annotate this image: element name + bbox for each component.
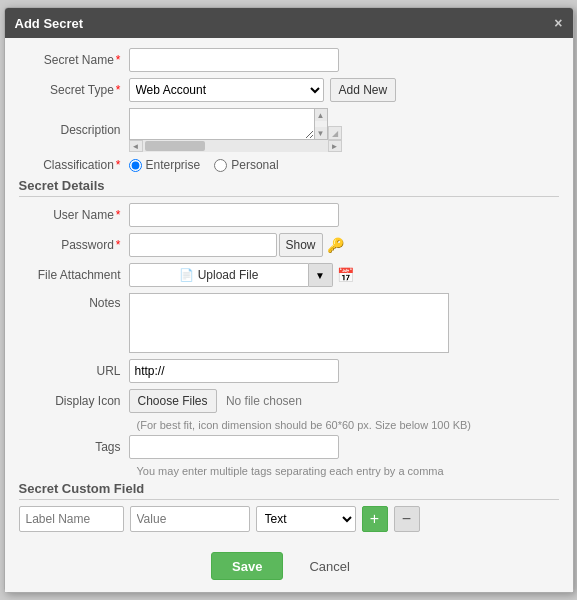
enterprise-radio[interactable] xyxy=(129,159,142,172)
password-label: Password* xyxy=(19,238,129,252)
personal-label-text: Personal xyxy=(231,158,278,172)
url-input[interactable] xyxy=(129,359,339,383)
secret-name-label: Secret Name* xyxy=(19,53,129,67)
upload-file-label: Upload File xyxy=(198,268,259,282)
icon-hint-text: (For best fit, icon dimension should be … xyxy=(137,419,559,431)
enterprise-label-text: Enterprise xyxy=(146,158,201,172)
description-textarea[interactable] xyxy=(129,108,314,140)
secret-type-select[interactable]: Web Account Password Credit Card Server xyxy=(129,78,324,102)
required-indicator2: * xyxy=(116,83,121,97)
file-attachment-row: File Attachment 📄 Upload File ▼ 📅 xyxy=(19,263,559,287)
password-input[interactable] xyxy=(129,233,277,257)
personal-radio-label[interactable]: Personal xyxy=(214,158,278,172)
upload-dropdown-arrow[interactable]: ▼ xyxy=(309,263,333,287)
close-icon[interactable]: × xyxy=(554,15,562,31)
save-button[interactable]: Save xyxy=(211,552,283,580)
scroll-right-icon[interactable]: ► xyxy=(328,140,342,152)
resize-handle[interactable]: ◢ xyxy=(328,126,342,140)
scroll-left-icon[interactable]: ◄ xyxy=(129,140,143,152)
tags-row: Tags xyxy=(19,435,559,459)
dialog-title-text: Add Secret xyxy=(15,16,84,31)
dialog-title-bar: Add Secret × xyxy=(5,8,573,38)
classification-radio-group: Enterprise Personal xyxy=(129,158,279,172)
required-indicator5: * xyxy=(116,238,121,252)
add-new-button[interactable]: Add New xyxy=(330,78,397,102)
description-row: Description ▲ ▼ ◢ ◄ ► xyxy=(19,108,559,152)
display-icon-wrapper: Choose Files No file chosen xyxy=(129,389,302,413)
notes-textarea[interactable] xyxy=(129,293,449,353)
file-attach-wrapper: 📄 Upload File ▼ 📅 xyxy=(129,263,354,287)
tags-hint-text: You may enter multiple tags separating e… xyxy=(137,465,559,477)
secret-type-row: Secret Type* Web Account Password Credit… xyxy=(19,78,559,102)
horiz-scroll-thumb xyxy=(145,141,205,151)
classification-label: Classification* xyxy=(19,158,129,172)
secret-type-wrapper: Web Account Password Credit Card Server … xyxy=(129,78,397,102)
enterprise-radio-label[interactable]: Enterprise xyxy=(129,158,201,172)
scroll-up-icon[interactable]: ▲ xyxy=(317,109,325,121)
add-field-button[interactable]: + xyxy=(362,506,388,532)
upload-file-button[interactable]: 📄 Upload File xyxy=(129,263,309,287)
secret-name-input[interactable] xyxy=(129,48,339,72)
tags-input[interactable] xyxy=(129,435,339,459)
notes-label: Notes xyxy=(19,293,129,310)
value-input[interactable] xyxy=(130,506,250,532)
description-label: Description xyxy=(19,123,129,137)
secret-name-row: Secret Name* xyxy=(19,48,559,72)
show-password-button[interactable]: Show xyxy=(279,233,323,257)
notes-row: Notes xyxy=(19,293,559,353)
url-label: URL xyxy=(19,364,129,378)
no-file-text: No file chosen xyxy=(226,394,302,408)
classification-row: Classification* Enterprise Personal xyxy=(19,158,559,172)
description-container: ▲ ▼ ◢ ◄ ► xyxy=(129,108,342,152)
add-secret-dialog: Add Secret × Secret Name* Secret Type* W… xyxy=(4,7,574,593)
personal-radio[interactable] xyxy=(214,159,227,172)
display-icon-label: Display Icon xyxy=(19,394,129,408)
username-input[interactable] xyxy=(129,203,339,227)
custom-field-row: Text Password URL + − xyxy=(19,506,559,532)
upload-icon: 📄 xyxy=(179,268,194,282)
tags-label: Tags xyxy=(19,440,129,454)
password-row: Password* Show 🔑 xyxy=(19,233,559,257)
remove-field-button[interactable]: − xyxy=(394,506,420,532)
display-icon-row: Display Icon Choose Files No file chosen xyxy=(19,389,559,413)
description-scrollbar-v: ▲ ▼ xyxy=(314,108,328,140)
field-type-select[interactable]: Text Password URL xyxy=(256,506,356,532)
required-indicator3: * xyxy=(116,158,121,172)
dialog-body: Secret Name* Secret Type* Web Account Pa… xyxy=(5,38,573,542)
cancel-button[interactable]: Cancel xyxy=(293,552,365,580)
key-icon: 🔑 xyxy=(327,237,344,253)
scroll-down-icon[interactable]: ▼ xyxy=(317,127,325,139)
required-indicator: * xyxy=(116,53,121,67)
secret-type-label: Secret Type* xyxy=(19,83,129,97)
username-label: User Name* xyxy=(19,208,129,222)
choose-files-button[interactable]: Choose Files xyxy=(129,389,217,413)
username-row: User Name* xyxy=(19,203,559,227)
required-indicator4: * xyxy=(116,208,121,222)
file-attachment-label: File Attachment xyxy=(19,268,129,282)
dialog-footer: Save Cancel xyxy=(5,542,573,592)
secret-details-section-header: Secret Details xyxy=(19,178,559,197)
password-wrapper: Show 🔑 xyxy=(129,233,344,257)
description-bottom-row: ◄ ► xyxy=(129,140,342,152)
custom-field-section-header: Secret Custom Field xyxy=(19,481,559,500)
url-row: URL xyxy=(19,359,559,383)
calendar-icon[interactable]: 📅 xyxy=(337,267,354,283)
description-top: ▲ ▼ ◢ xyxy=(129,108,342,140)
horiz-scrollbar xyxy=(143,140,328,152)
label-name-input[interactable] xyxy=(19,506,124,532)
